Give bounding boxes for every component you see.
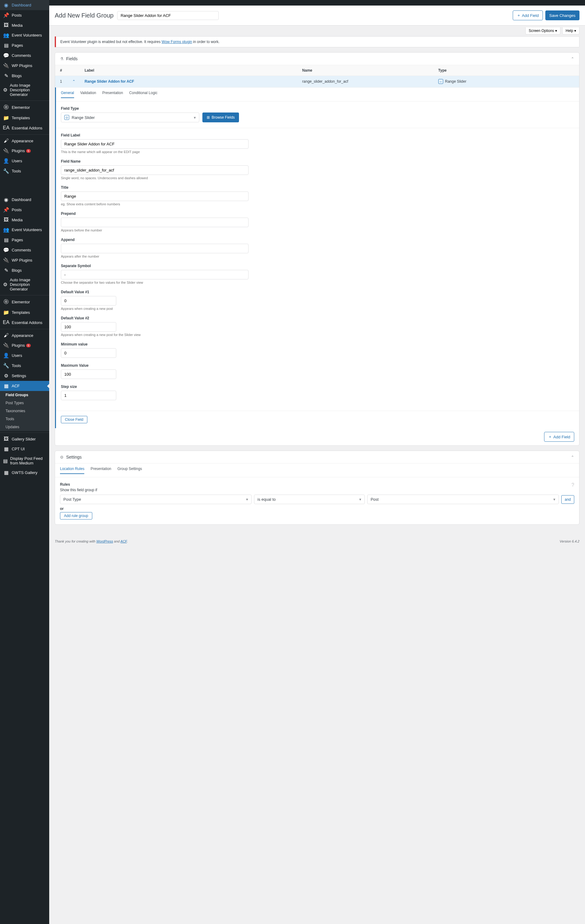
sidebar-item-users[interactable]: 👤Users — [0, 156, 49, 166]
sidebar-item-wp-plugins[interactable]: 🔌WP Plugins — [0, 61, 49, 71]
sidebar-item-media[interactable]: 🖼Media — [0, 20, 49, 30]
rule-param-select[interactable]: Post Type — [60, 495, 251, 504]
sidebar-item-essential-addons[interactable]: EAEssential Addons — [0, 123, 49, 133]
sidebar-sub-post-types[interactable]: Post Types — [0, 399, 49, 407]
append-input[interactable] — [61, 244, 248, 253]
editor-tabs: GeneralValidationPresentationConditional… — [56, 87, 579, 101]
posts2-icon: 📌 — [3, 207, 9, 213]
sidebar-item-appearance[interactable]: 🖌Appearance — [0, 136, 49, 146]
sidebar-item-label: Settings — [12, 373, 26, 378]
screen-options-button[interactable]: Screen Options ▾ — [526, 27, 560, 35]
default2-input[interactable] — [61, 322, 116, 332]
tab-location-rules[interactable]: Location Rules — [60, 467, 84, 474]
sidebar-item-media2[interactable]: 🖼Media — [0, 215, 49, 225]
media-icon: 🖼 — [3, 22, 9, 28]
group-title-input[interactable] — [117, 11, 219, 20]
sidebar-item-plugins[interactable]: 🔌Plugins5 — [0, 146, 49, 156]
field-name-input[interactable] — [61, 165, 248, 175]
title-input[interactable] — [61, 191, 248, 201]
sidebar-item-essential-addons2[interactable]: EAEssential Addons — [0, 317, 49, 327]
close-field-button[interactable]: Close Field — [61, 416, 88, 423]
sidebar-item-settings[interactable]: ⚙Settings — [0, 371, 49, 381]
min-input[interactable] — [61, 348, 116, 358]
prepend-input[interactable] — [61, 218, 248, 227]
sidebar-item-event-volunteers2[interactable]: 👥Event Volunteers — [0, 225, 49, 235]
field-label-input[interactable] — [61, 139, 248, 149]
tab-general[interactable]: General — [61, 91, 74, 98]
wow-forms-link[interactable]: Wow Forms plugin — [162, 40, 192, 44]
help-text: Appears when creating a new post — [61, 307, 574, 310]
acf-link[interactable]: ACF — [121, 540, 127, 543]
tab-group-settings[interactable]: Group Settings — [117, 467, 142, 474]
tab-presentation[interactable]: Presentation — [102, 91, 123, 98]
sidebar-item-event-volunteers[interactable]: 👥Event Volunteers — [0, 30, 49, 40]
help-button[interactable]: Help ▾ — [562, 27, 580, 35]
sidebar-item-wp-plugins2[interactable]: 🔌WP Plugins — [0, 255, 49, 265]
add-field-button[interactable]: ＋Add Field — [513, 10, 543, 20]
sidebar-item-dashboard2[interactable]: ◉Dashboard — [0, 195, 49, 205]
sidebar-item-blogs[interactable]: ✎Blogs — [0, 71, 49, 81]
sidebar-item-label: Display Post Feed from Medium — [10, 456, 46, 465]
rules-label: Rules — [60, 482, 574, 487]
sidebar-sub-updates[interactable]: Updates — [0, 423, 49, 431]
tab-presentation[interactable]: Presentation — [91, 467, 111, 474]
sidebar-item-posts2[interactable]: 📌Posts — [0, 205, 49, 215]
collapse-icon[interactable]: ⌃ — [571, 56, 574, 61]
sidebar-item-comments2[interactable]: 💬Comments — [0, 245, 49, 255]
sidebar-item-templates[interactable]: 📁Templates — [0, 113, 49, 123]
sidebar-item-blogs2[interactable]: ✎Blogs — [0, 265, 49, 276]
rule-value-select[interactable]: Post — [367, 495, 559, 504]
sidebar-item-posts[interactable]: 📌Posts — [0, 10, 49, 20]
sidebar-item-pages2[interactable]: ▤Pages — [0, 235, 49, 245]
sidebar-item-gallery-slider[interactable]: 🖼Gallery Slider — [0, 434, 49, 444]
sidebar-sub-field-groups[interactable]: Field Groups — [0, 391, 49, 399]
sidebar-item-tools[interactable]: 🔧Tools — [0, 166, 49, 176]
field-type-select[interactable]: ⊙ Range Slider — [61, 112, 199, 122]
tab-validation[interactable]: Validation — [80, 91, 96, 98]
save-changes-button[interactable]: Save Changes — [545, 10, 580, 20]
sidebar-item-tools2[interactable]: 🔧Tools — [0, 361, 49, 371]
default1-input[interactable] — [61, 296, 116, 305]
sidebar-item-label: CPT UI — [12, 447, 25, 451]
sidebar-item-elementor2[interactable]: ⓔElementor — [0, 297, 49, 307]
sidebar-sub-taxonomies[interactable]: Taxonomies — [0, 407, 49, 415]
sidebar-item-templates2[interactable]: 📁Templates — [0, 307, 49, 317]
sidebar-item-users2[interactable]: 👤Users — [0, 350, 49, 361]
and-button[interactable]: and — [561, 495, 574, 504]
add-rule-group-button[interactable]: Add rule group — [60, 512, 92, 520]
sidebar-item-acf[interactable]: ▦ ACF — [0, 381, 49, 391]
sidebar-item-dashboard[interactable]: ◉Dashboard — [0, 0, 49, 10]
sidebar-item-pages[interactable]: ▤Pages — [0, 40, 49, 50]
sidebar-item-label: Dashboard — [12, 3, 31, 7]
or-label: or — [60, 507, 574, 511]
field-label-link[interactable]: Range Slider Addon for ACF — [84, 79, 134, 84]
sidebar-item-auto-image-desc[interactable]: ⚙Auto Image Description Generator — [0, 81, 49, 99]
sidebar-item-appearance2[interactable]: 🖌Appearance — [0, 330, 49, 340]
chevron-up-icon[interactable]: ⌃ — [72, 79, 75, 84]
sidebar-item-cpt-ui[interactable]: ▦CPT UI — [0, 444, 49, 454]
wordpress-link[interactable]: WordPress — [96, 540, 113, 543]
browse-fields-button[interactable]: ⊞Browse Fields — [202, 112, 239, 122]
tools2-icon: 🔧 — [3, 363, 9, 368]
max-input[interactable] — [61, 370, 116, 379]
collapse-icon[interactable]: ⌃ — [571, 455, 574, 460]
rule-operator-select[interactable]: is equal to — [254, 495, 365, 504]
tools-icon: 🔧 — [3, 168, 9, 174]
default2-label: Default Value #2 — [61, 316, 574, 320]
pages2-icon: ▤ — [3, 237, 9, 243]
sidebar-item-display-post-feed[interactable]: ▤Display Post Feed from Medium — [0, 454, 49, 467]
step-input[interactable] — [61, 391, 116, 400]
sidebar-item-elementor[interactable]: ⓔElementor — [0, 102, 49, 113]
sidebar-sub-tools[interactable]: Tools — [0, 415, 49, 423]
sidebar-item-comments[interactable]: 💬Comments — [0, 50, 49, 61]
plus-icon: ＋ — [517, 13, 521, 18]
tab-conditional-logic[interactable]: Conditional Logic — [129, 91, 157, 98]
sidebar-item-label: Pages — [12, 43, 23, 48]
sidebar-item-plugins2[interactable]: 🔌Plugins5 — [0, 340, 49, 350]
field-row[interactable]: 1 ⌃ Range Slider Addon for ACF range_sli… — [55, 76, 579, 87]
sidebar-item-gwts-gallery[interactable]: ▦GWTS Gallery — [0, 467, 49, 478]
add-field-button-bottom[interactable]: ＋Add Field — [544, 432, 574, 442]
sidebar-item-auto-image-desc2[interactable]: ⚙Auto Image Description Generator — [0, 276, 49, 294]
separate-input[interactable] — [61, 270, 248, 279]
help-icon[interactable]: ? — [572, 482, 574, 488]
